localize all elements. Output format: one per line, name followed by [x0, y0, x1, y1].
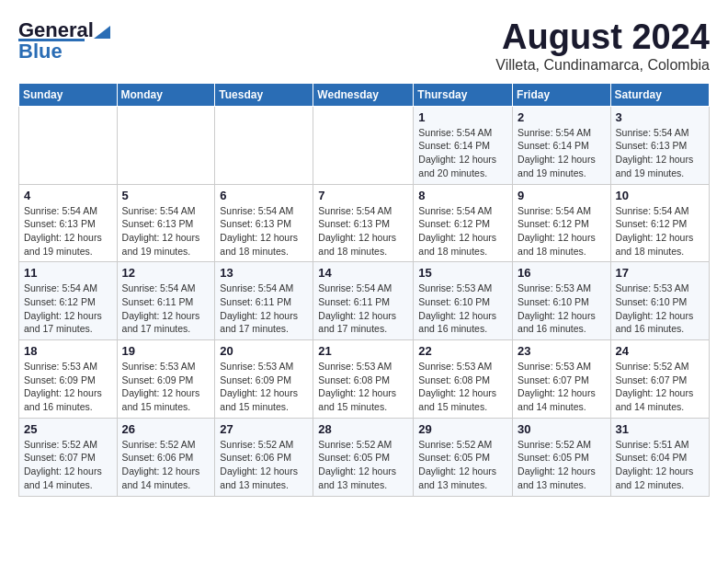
day-number: 2	[518, 110, 606, 124]
day-info: Sunrise: 5:52 AM Sunset: 6:07 PM Dayligh…	[24, 438, 112, 492]
day-number: 17	[616, 266, 704, 280]
calendar-cell	[215, 106, 313, 184]
calendar-cell: 30Sunrise: 5:52 AM Sunset: 6:05 PM Dayli…	[513, 418, 611, 496]
calendar-cell	[19, 106, 118, 184]
day-number: 26	[122, 422, 210, 436]
day-number: 7	[318, 189, 408, 202]
calendar-cell: 16Sunrise: 5:53 AM Sunset: 6:10 PM Dayli…	[513, 262, 611, 340]
calendar-cell: 28Sunrise: 5:52 AM Sunset: 6:05 PM Dayli…	[313, 418, 414, 496]
day-info: Sunrise: 5:54 AM Sunset: 6:12 PM Dayligh…	[518, 204, 606, 259]
day-info: Sunrise: 5:54 AM Sunset: 6:14 PM Dayligh…	[518, 126, 606, 180]
day-number: 18	[24, 344, 112, 358]
calendar-cell: 10Sunrise: 5:54 AM Sunset: 6:12 PM Dayli…	[610, 184, 709, 262]
calendar-cell: 5Sunrise: 5:54 AM Sunset: 6:13 PM Daylig…	[117, 184, 215, 262]
day-number: 25	[24, 422, 112, 436]
day-number: 16	[518, 266, 606, 280]
calendar-cell: 14Sunrise: 5:54 AM Sunset: 6:11 PM Dayli…	[313, 262, 414, 340]
calendar-cell: 1Sunrise: 5:54 AM Sunset: 6:14 PM Daylig…	[414, 106, 513, 184]
day-number: 24	[616, 344, 704, 358]
calendar-cell: 21Sunrise: 5:53 AM Sunset: 6:08 PM Dayli…	[313, 340, 414, 419]
day-number: 31	[616, 422, 704, 436]
weekday-header-saturday: Saturday	[610, 83, 709, 106]
day-number: 1	[418, 110, 507, 124]
day-info: Sunrise: 5:54 AM Sunset: 6:12 PM Dayligh…	[616, 204, 704, 259]
day-info: Sunrise: 5:54 AM Sunset: 6:11 PM Dayligh…	[122, 282, 210, 336]
day-info: Sunrise: 5:54 AM Sunset: 6:13 PM Dayligh…	[220, 204, 308, 259]
logo-arrow-icon	[94, 18, 110, 39]
calendar-cell: 6Sunrise: 5:54 AM Sunset: 6:13 PM Daylig…	[215, 184, 313, 262]
calendar-cell: 25Sunrise: 5:52 AM Sunset: 6:07 PM Dayli…	[19, 418, 118, 496]
calendar-cell	[117, 106, 215, 184]
calendar-cell: 23Sunrise: 5:53 AM Sunset: 6:07 PM Dayli…	[513, 340, 611, 419]
day-info: Sunrise: 5:53 AM Sunset: 6:10 PM Dayligh…	[616, 282, 704, 336]
day-number: 29	[418, 422, 507, 436]
weekday-header-row: SundayMondayTuesdayWednesdayThursdayFrid…	[19, 83, 710, 106]
day-number: 11	[24, 266, 112, 280]
day-info: Sunrise: 5:53 AM Sunset: 6:08 PM Dayligh…	[418, 360, 507, 414]
day-number: 21	[318, 344, 408, 358]
calendar-week-row: 25Sunrise: 5:52 AM Sunset: 6:07 PM Dayli…	[19, 418, 710, 496]
weekday-header-sunday: Sunday	[19, 83, 118, 106]
day-number: 9	[518, 189, 606, 202]
calendar-cell: 24Sunrise: 5:52 AM Sunset: 6:07 PM Dayli…	[610, 340, 709, 419]
day-info: Sunrise: 5:52 AM Sunset: 6:06 PM Dayligh…	[122, 438, 210, 492]
calendar-week-row: 18Sunrise: 5:53 AM Sunset: 6:09 PM Dayli…	[19, 340, 710, 419]
day-number: 20	[220, 344, 308, 358]
logo-blue: Blue	[18, 40, 63, 63]
day-info: Sunrise: 5:52 AM Sunset: 6:05 PM Dayligh…	[518, 438, 606, 492]
calendar-cell: 11Sunrise: 5:54 AM Sunset: 6:12 PM Dayli…	[19, 262, 118, 340]
day-info: Sunrise: 5:54 AM Sunset: 6:13 PM Dayligh…	[24, 204, 112, 259]
day-info: Sunrise: 5:54 AM Sunset: 6:13 PM Dayligh…	[318, 204, 408, 259]
calendar-cell: 7Sunrise: 5:54 AM Sunset: 6:13 PM Daylig…	[313, 184, 414, 262]
calendar-cell: 2Sunrise: 5:54 AM Sunset: 6:14 PM Daylig…	[513, 106, 611, 184]
day-number: 13	[220, 266, 308, 280]
calendar-cell: 27Sunrise: 5:52 AM Sunset: 6:06 PM Dayli…	[215, 418, 313, 496]
title-block: August 2024 Villeta, Cundinamarca, Colom…	[495, 18, 710, 74]
day-info: Sunrise: 5:54 AM Sunset: 6:12 PM Dayligh…	[24, 282, 112, 336]
calendar-cell: 13Sunrise: 5:54 AM Sunset: 6:11 PM Dayli…	[215, 262, 313, 340]
calendar-cell: 8Sunrise: 5:54 AM Sunset: 6:12 PM Daylig…	[414, 184, 513, 262]
day-number: 28	[318, 422, 408, 436]
day-info: Sunrise: 5:52 AM Sunset: 6:05 PM Dayligh…	[418, 438, 507, 492]
calendar-cell: 19Sunrise: 5:53 AM Sunset: 6:09 PM Dayli…	[117, 340, 215, 419]
day-info: Sunrise: 5:54 AM Sunset: 6:11 PM Dayligh…	[318, 282, 408, 336]
day-info: Sunrise: 5:54 AM Sunset: 6:14 PM Dayligh…	[418, 126, 507, 180]
calendar-cell: 22Sunrise: 5:53 AM Sunset: 6:08 PM Dayli…	[414, 340, 513, 419]
day-info: Sunrise: 5:52 AM Sunset: 6:05 PM Dayligh…	[318, 438, 408, 492]
calendar-cell: 26Sunrise: 5:52 AM Sunset: 6:06 PM Dayli…	[117, 418, 215, 496]
day-number: 30	[518, 422, 606, 436]
day-number: 19	[122, 344, 210, 358]
day-number: 6	[220, 189, 308, 202]
day-number: 23	[518, 344, 606, 358]
page-header: General Blue August 2024 Villeta, Cundin…	[18, 18, 710, 74]
calendar-cell: 15Sunrise: 5:53 AM Sunset: 6:10 PM Dayli…	[414, 262, 513, 340]
day-number: 5	[122, 189, 210, 202]
calendar-cell: 9Sunrise: 5:54 AM Sunset: 6:12 PM Daylig…	[513, 184, 611, 262]
calendar-cell: 3Sunrise: 5:54 AM Sunset: 6:13 PM Daylig…	[610, 106, 709, 184]
weekday-header-friday: Friday	[513, 83, 611, 106]
weekday-header-thursday: Thursday	[414, 83, 513, 106]
day-info: Sunrise: 5:54 AM Sunset: 6:13 PM Dayligh…	[616, 126, 704, 180]
day-info: Sunrise: 5:53 AM Sunset: 6:09 PM Dayligh…	[24, 360, 112, 414]
day-number: 14	[318, 266, 408, 280]
day-info: Sunrise: 5:53 AM Sunset: 6:08 PM Dayligh…	[318, 360, 408, 414]
day-number: 15	[418, 266, 507, 280]
day-number: 27	[220, 422, 308, 436]
svg-marker-0	[94, 26, 110, 39]
calendar-week-row: 11Sunrise: 5:54 AM Sunset: 6:12 PM Dayli…	[19, 262, 710, 340]
calendar-cell: 20Sunrise: 5:53 AM Sunset: 6:09 PM Dayli…	[215, 340, 313, 419]
weekday-header-wednesday: Wednesday	[313, 83, 414, 106]
day-info: Sunrise: 5:53 AM Sunset: 6:10 PM Dayligh…	[518, 282, 606, 336]
day-number: 8	[418, 189, 507, 202]
weekday-header-tuesday: Tuesday	[215, 83, 313, 106]
day-info: Sunrise: 5:54 AM Sunset: 6:11 PM Dayligh…	[220, 282, 308, 336]
calendar-cell: 31Sunrise: 5:51 AM Sunset: 6:04 PM Dayli…	[610, 418, 709, 496]
day-info: Sunrise: 5:53 AM Sunset: 6:09 PM Dayligh…	[220, 360, 308, 414]
calendar-cell: 18Sunrise: 5:53 AM Sunset: 6:09 PM Dayli…	[19, 340, 118, 419]
day-info: Sunrise: 5:53 AM Sunset: 6:09 PM Dayligh…	[122, 360, 210, 414]
day-info: Sunrise: 5:54 AM Sunset: 6:12 PM Dayligh…	[418, 204, 507, 259]
calendar-cell	[313, 106, 414, 184]
day-info: Sunrise: 5:53 AM Sunset: 6:07 PM Dayligh…	[518, 360, 606, 414]
day-number: 12	[122, 266, 210, 280]
calendar-cell: 17Sunrise: 5:53 AM Sunset: 6:10 PM Dayli…	[610, 262, 709, 340]
